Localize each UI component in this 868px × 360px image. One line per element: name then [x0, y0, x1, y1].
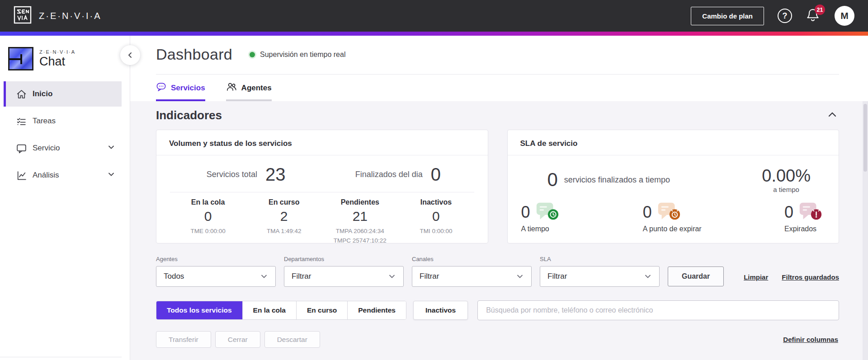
chevron-down-icon: [644, 272, 652, 281]
sla-percent-on-time: 0.00% a tiempo: [762, 166, 811, 193]
chevron-down-icon: [516, 272, 524, 281]
chat-logo-image: [8, 47, 33, 70]
indicators-section: Indicadores Volumen y status de los serv…: [130, 101, 868, 360]
stat-en-curso: En curso 2 TMA 1:49:42: [246, 198, 322, 243]
chat-logo-brand: Z·E·N·V·I·A: [39, 49, 75, 55]
sidebar-item-label: Tareas: [33, 117, 56, 126]
chevron-down-icon: [107, 143, 115, 154]
discard-button[interactable]: Descartar: [264, 331, 320, 348]
saved-filters-link[interactable]: Filtros guardados: [782, 273, 839, 281]
chevron-down-icon: [260, 272, 268, 281]
chart-icon: [15, 169, 27, 181]
transfer-button[interactable]: Transferir: [156, 331, 211, 348]
sidebar-item-label: Inicio: [33, 89, 52, 98]
indicators-title: Indicadores: [156, 108, 222, 122]
close-button[interactable]: Cerrar: [215, 331, 260, 348]
tab-pendientes[interactable]: Pendientes: [348, 301, 406, 319]
zenvia-logo-icon: [14, 6, 32, 26]
tab-servicios[interactable]: Servicios: [156, 81, 205, 101]
page-title: Dashboard: [156, 46, 232, 63]
realtime-status: Supervisión en tiempo real: [250, 51, 345, 59]
chat-logo: Z·E·N·V·I·A Chat: [0, 36, 130, 70]
main-tabs: Servicios Agentes: [130, 81, 868, 101]
online-status-dot: [250, 52, 255, 57]
sla-filter-select[interactable]: Filtrar: [540, 266, 660, 287]
notifications-button[interactable]: 21: [806, 8, 821, 24]
tab-en-la-cola[interactable]: En la cola: [243, 301, 297, 319]
service-status-tabs: Todos los servicios En la cola En curso …: [156, 301, 406, 320]
sidebar-item-tareas[interactable]: Tareas: [4, 108, 122, 134]
collapse-sidebar-button[interactable]: [120, 45, 140, 65]
search-input[interactable]: [477, 300, 839, 320]
departments-filter-select[interactable]: Filtrar: [284, 266, 404, 287]
notification-badge: 21: [815, 5, 825, 15]
clear-filters-link[interactable]: Limpiar: [744, 273, 768, 281]
finished-today-value: 0: [431, 164, 441, 185]
sla-about-to-expire: 0: [643, 201, 702, 233]
tasks-icon: [15, 115, 27, 127]
filter-label-sla: SLA: [540, 256, 660, 262]
volume-card-title: Volumen y status de los servicios: [156, 130, 488, 155]
chat-bubble-icon: [15, 142, 27, 154]
chevron-down-icon: [107, 170, 115, 181]
sidebar-item-analisis[interactable]: Análisis: [4, 163, 122, 188]
stat-en-la-cola: En la cola 0 TME 0:00:00: [170, 198, 246, 243]
stat-pendientes: Pendientes 21 TMPA 2060:24:34 TMPC 25747…: [322, 198, 398, 243]
chevron-down-icon: [388, 272, 396, 281]
stat-inactivos: Inactivos 0 TMI 0:00:00: [398, 198, 474, 243]
services-total-value: 23: [265, 164, 286, 185]
home-icon: [15, 88, 27, 100]
bell-icon: [806, 17, 820, 24]
chat-logo-product: Chat: [39, 55, 75, 68]
sla-card-title: SLA de servicio: [508, 130, 839, 155]
sidebar-item-servicio[interactable]: Servicio: [4, 136, 122, 161]
topbar: Z·E·N·V·I·A Cambio de plan ? 21 M: [0, 0, 868, 32]
help-icon[interactable]: ?: [778, 9, 792, 23]
tab-en-curso[interactable]: En curso: [297, 301, 348, 319]
service-status-row: Todos los servicios En la cola En curso …: [156, 300, 839, 320]
filter-label-agentes: Agentes: [156, 256, 276, 262]
zenvia-brand: Z·E·N·V·I·A: [14, 6, 102, 26]
expiring-bubble-alarm-icon: [656, 201, 682, 224]
tab-todos-los-servicios[interactable]: Todos los servicios: [156, 301, 243, 319]
expired-bubble-alert-icon: [797, 201, 823, 224]
brand-wordmark: Z·E·N·V·I·A: [39, 11, 102, 21]
avatar[interactable]: M: [835, 6, 854, 26]
sidebar-item-label: Servicio: [33, 144, 60, 153]
scrollbar[interactable]: [863, 101, 868, 360]
agents-icon: [226, 81, 237, 94]
on-time-bubble-clock-icon: [534, 201, 560, 224]
sidebar-divider: [0, 357, 122, 360]
agents-filter-select[interactable]: Todos: [156, 266, 276, 287]
sidebar: Z·E·N·V·I·A Chat Inicio: [0, 36, 130, 360]
channels-filter-select[interactable]: Filtrar: [412, 266, 532, 287]
sla-expired: 0: [784, 201, 823, 233]
header-divider: [156, 74, 839, 75]
change-plan-button[interactable]: Cambio de plan: [691, 7, 764, 25]
sla-finished-on-time: 0 servicios finalizados a tiempo: [547, 169, 670, 191]
finished-today: Finalizados del dia 0: [322, 164, 474, 185]
sla-on-time: 0: [521, 201, 560, 233]
services-total: Servicios total 23: [170, 164, 322, 185]
tab-inactivos[interactable]: Inactivos: [413, 301, 468, 320]
save-filters-button[interactable]: Guardar: [668, 266, 724, 286]
services-bubble-icon: [156, 82, 166, 94]
filters-bar: Agentes Todos Departamentos Filtrar Cana…: [156, 256, 839, 287]
define-columns-link[interactable]: Definir columnas: [783, 336, 838, 343]
main-content: Dashboard Supervisión en tiempo real: [130, 36, 868, 360]
actions-row: Transferir Cerrar Descartar Definir colu…: [156, 331, 839, 348]
sidebar-item-label: Análisis: [33, 171, 59, 180]
sidebar-item-inicio[interactable]: Inicio: [4, 81, 122, 107]
tab-label: Servicios: [171, 84, 205, 93]
brand-gradient-bar: [0, 32, 868, 36]
collapse-indicators-button[interactable]: [826, 108, 839, 123]
tab-agentes[interactable]: Agentes: [226, 81, 272, 101]
tab-label: Agentes: [241, 84, 272, 93]
sidebar-nav: Inicio Tareas: [0, 81, 130, 190]
realtime-status-label: Supervisión en tiempo real: [260, 51, 345, 59]
volume-status-card: Volumen y status de los servicios Servic…: [156, 130, 488, 243]
filter-label-canales: Canales: [412, 256, 532, 262]
filter-label-departamentos: Departamentos: [284, 256, 404, 262]
sla-card: SLA de servicio 0 servicios finalizados …: [507, 130, 840, 243]
